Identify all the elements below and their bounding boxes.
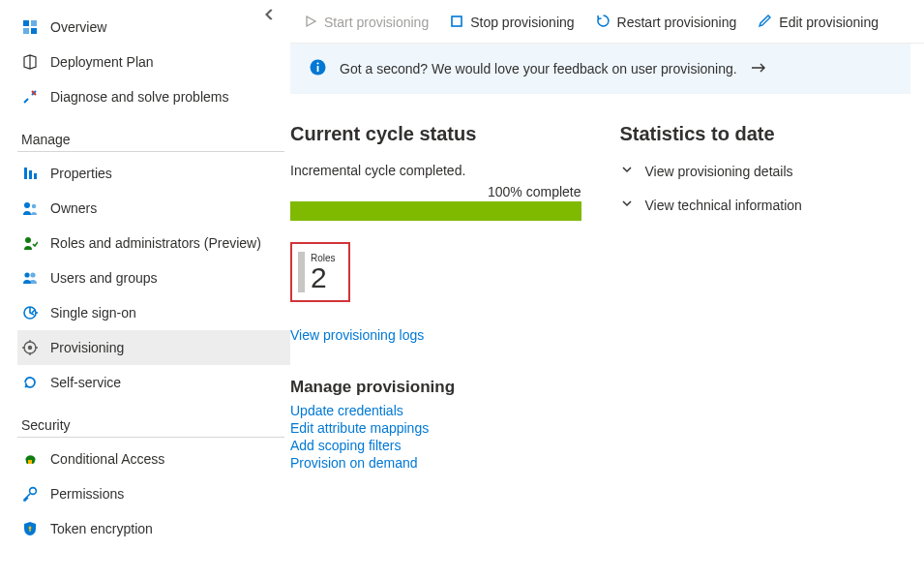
edit-icon — [758, 14, 772, 31]
provisioning-icon — [21, 339, 39, 356]
deployment-icon — [21, 53, 39, 71]
sidebar-item-diagnose[interactable]: Diagnose and solve problems — [17, 79, 290, 114]
start-provisioning-button: Start provisioning — [304, 15, 429, 31]
sidebar-item-self-service[interactable]: Self-service — [17, 365, 290, 400]
svg-rect-5 — [29, 170, 32, 179]
sidebar-item-label: Owners — [50, 200, 97, 216]
svg-rect-2 — [23, 28, 29, 34]
view-provisioning-logs-link[interactable]: View provisioning logs — [290, 327, 424, 343]
manage-link-1[interactable]: Edit attribute mappings — [290, 420, 581, 436]
manage-link-0[interactable]: Update credentials — [290, 403, 581, 418]
manage-link-3[interactable]: Provision on demand — [290, 455, 581, 471]
manage-provisioning-heading: Manage provisioning — [290, 378, 581, 397]
overview-icon — [21, 18, 39, 36]
properties-icon — [21, 165, 39, 182]
main-content: Start provisioning Stop provisioning Res… — [290, 0, 924, 580]
stop-icon — [450, 15, 463, 31]
svg-point-14 — [28, 346, 32, 350]
view-provisioning-details-toggle[interactable]: View provisioning details — [620, 163, 911, 179]
svg-rect-21 — [317, 66, 319, 72]
svg-rect-1 — [31, 20, 37, 26]
sidebar-item-label: Users and groups — [50, 270, 158, 286]
svg-point-11 — [30, 272, 35, 277]
svg-rect-6 — [34, 173, 37, 179]
diagnose-icon — [21, 88, 39, 106]
svg-rect-3 — [31, 28, 37, 34]
svg-point-22 — [316, 62, 318, 64]
svg-point-10 — [24, 272, 29, 277]
sidebar-item-label: Diagnose and solve problems — [50, 89, 228, 105]
sidebar-section-security: Security — [21, 417, 290, 433]
toolbar: Start provisioning Stop provisioning Res… — [290, 0, 924, 44]
play-icon — [304, 15, 317, 31]
sidebar-item-deployment-plan[interactable]: Deployment Plan — [17, 45, 290, 79]
sidebar-item-label: Self-service — [50, 375, 121, 390]
info-icon — [310, 59, 326, 78]
token-icon — [21, 520, 39, 537]
sidebar-section-manage: Manage — [21, 132, 290, 147]
sidebar-item-conditional-access[interactable]: Conditional Access — [17, 442, 290, 476]
view-technical-information-toggle[interactable]: View technical information — [620, 197, 911, 213]
edit-provisioning-button[interactable]: Edit provisioning — [758, 14, 879, 31]
svg-point-16 — [30, 488, 37, 495]
progress-bar — [290, 201, 581, 221]
restart-provisioning-button[interactable]: Restart provisioning — [596, 14, 737, 31]
manage-link-2[interactable]: Add scoping filters — [290, 438, 581, 453]
sidebar-item-label: Roles and administrators (Preview) — [50, 235, 261, 251]
sidebar-item-users-groups[interactable]: Users and groups — [17, 260, 290, 295]
sidebar-item-label: Overview — [50, 19, 106, 35]
collapse-sidebar-button[interactable] — [263, 8, 277, 24]
sidebar-item-label: Single sign-on — [50, 305, 136, 321]
owners-icon — [21, 199, 39, 217]
sidebar-item-token-encryption[interactable]: Token encryption — [17, 511, 290, 546]
progress-label: 100% complete — [290, 184, 581, 199]
svg-rect-19 — [452, 16, 462, 26]
progress: 100% complete — [290, 184, 581, 221]
sidebar-item-provisioning[interactable]: Provisioning — [17, 330, 290, 365]
sso-icon — [21, 304, 39, 321]
chevron-down-icon — [620, 163, 634, 179]
roles-count: 2 — [311, 263, 336, 292]
cycle-status-text: Incremental cycle completed. — [290, 163, 581, 178]
feedback-banner-text: Got a second? We would love your feedbac… — [340, 61, 737, 76]
sidebar-item-label: Token encryption — [50, 521, 153, 536]
roles-count-box[interactable]: Roles 2 — [290, 242, 350, 302]
restart-icon — [596, 14, 611, 31]
svg-rect-4 — [24, 168, 27, 179]
svg-rect-0 — [23, 20, 29, 26]
feedback-banner[interactable]: Got a second? We would love your feedbac… — [290, 44, 910, 94]
self-service-icon — [21, 374, 39, 391]
sidebar-item-properties[interactable]: Properties — [17, 156, 290, 191]
sidebar-item-owners[interactable]: Owners — [17, 191, 290, 226]
arrow-right-icon — [751, 61, 766, 76]
roles-icon — [21, 234, 39, 252]
sidebar-item-label: Conditional Access — [50, 451, 164, 467]
stop-provisioning-button[interactable]: Stop provisioning — [450, 15, 574, 31]
conditional-access-icon — [21, 450, 39, 468]
svg-point-8 — [32, 204, 36, 208]
svg-rect-15 — [28, 460, 32, 464]
sidebar-item-label: Permissions — [50, 486, 124, 502]
svg-point-17 — [29, 527, 32, 530]
sidebar-item-permissions[interactable]: Permissions — [17, 476, 290, 511]
sidebar-item-label: Deployment Plan — [50, 54, 154, 70]
sidebar-item-sso[interactable]: Single sign-on — [17, 295, 290, 330]
chevron-down-icon — [620, 197, 634, 213]
svg-rect-18 — [29, 529, 30, 532]
sidebar-item-overview[interactable]: Overview — [17, 10, 290, 45]
sidebar-item-roles[interactable]: Roles and administrators (Preview) — [17, 226, 290, 260]
svg-point-9 — [25, 237, 31, 243]
permissions-icon — [21, 485, 39, 503]
users-icon — [21, 269, 39, 287]
sidebar: OverviewDeployment PlanDiagnose and solv… — [0, 0, 290, 580]
sidebar-item-label: Provisioning — [50, 340, 124, 355]
sidebar-item-label: Properties — [50, 166, 112, 181]
current-cycle-heading: Current cycle status — [290, 123, 581, 145]
statistics-heading: Statistics to date — [620, 123, 911, 145]
svg-point-7 — [24, 202, 30, 208]
